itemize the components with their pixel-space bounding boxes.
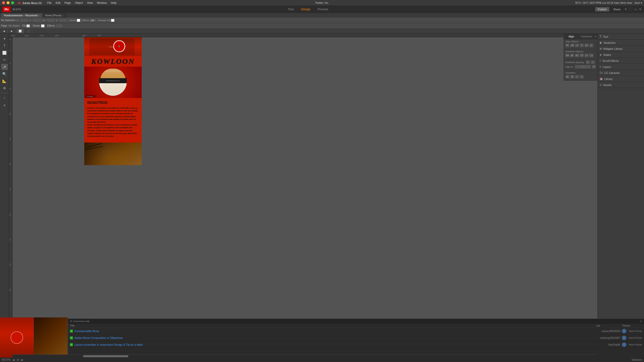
menu-window[interactable]: Window [95,1,108,5]
community-link-1[interactable]: Adobe Muse Composition or Slideshow [74,336,123,339]
nav-plan[interactable]: Plan [285,6,298,13]
panel-scroll-effects[interactable]: ≈ Scroll Effects [598,58,644,64]
window-controls[interactable]: Ai Adobe Muse CC File Edit Page Object V… [2,1,118,5]
align-center-v-btn[interactable]: ⊥⊤ [584,43,589,47]
transform-btn-3[interactable]: ↔ [575,75,579,79]
close-button[interactable] [2,1,5,4]
community-link-2[interactable]: Layout scrambles in responsive Design & … [74,343,143,346]
stroke-swatch[interactable] [77,19,80,22]
menu-view[interactable]: View [85,1,95,5]
share-button[interactable]: Share [611,7,623,12]
fullscreen-icon[interactable]: ⛶ [629,8,632,11]
y-label: Y: [29,19,31,22]
page-nav-right[interactable]: ▶ [21,358,23,361]
panel-library[interactable]: 📚 Library [598,76,644,82]
panel-swatches[interactable]: ◧ Swatches [598,40,644,46]
page-nav-left[interactable]: ◀ [13,358,15,361]
panel-text[interactable]: T Text [598,34,644,40]
nav-back[interactable]: ◀ [1,29,7,33]
panel-layers[interactable]: ≡ Layers [598,64,644,70]
dist-center-v-btn[interactable]: —⊤ [584,54,589,57]
fill-swatch[interactable] [26,24,30,27]
align-top-btn[interactable]: ⊤ [580,43,584,47]
dist-v-spacing-btn[interactable]: ↕ [591,60,595,64]
community-link-0[interactable]: Fonctionnalité Muse [74,330,99,333]
align-panel-expand[interactable]: » [594,34,597,39]
tab-align[interactable]: Align [564,34,579,39]
nav-home[interactable]: ⬜ [17,29,24,33]
page-tab-0[interactable]: *kowloonwenene – Recovered × [1,13,42,18]
dist-h-spacing-btn[interactable]: ↔ [586,60,590,64]
publish-button[interactable]: Publish [595,7,609,12]
thumbnail-0[interactable] [0,318,34,357]
tool-cut[interactable]: ✂ [1,57,8,63]
window-icon[interactable]: ▭ [634,8,637,11]
panel-states[interactable]: ◈ States [598,52,644,58]
logo-symbol: 🐉 [118,45,120,48]
tool-shape[interactable]: ⬜ [1,50,8,56]
stroke-swatch2[interactable] [41,24,45,27]
align-to-select[interactable]: — [575,65,591,69]
effects-label2: Effects [47,24,55,27]
thumbnail-1[interactable] [34,318,68,357]
maximize-button[interactable] [11,1,14,4]
dist-center-h-btn[interactable]: |⊢ [570,54,574,57]
nav-fit[interactable]: ⛶ [25,29,32,33]
tool-text2[interactable]: T [1,95,8,101]
align-center-h-btn[interactable]: ⊣⊢ [570,43,574,47]
page-tab-close-0[interactable]: × [38,14,40,17]
tool-select[interactable]: ✦ [1,36,8,42]
close-app-icon[interactable]: ✕ [639,8,641,11]
dist-top-btn[interactable]: ⊤⊤ [580,54,584,57]
align-bottom-btn[interactable]: ⊥ [589,43,593,47]
effects-input[interactable] [56,24,63,28]
h-input[interactable] [59,19,68,22]
browser-fill-swatch[interactable] [111,19,114,22]
h-scroll-thumb[interactable] [83,355,128,357]
align-right-btn[interactable]: ⊣ [575,43,579,47]
transform-btn-1[interactable]: ↻ [565,75,570,79]
h-scrollbar[interactable] [13,354,597,357]
dist-left-btn[interactable]: ⊢⊢ [565,54,570,57]
community-user-2: ftnelTop8K [609,343,620,346]
tab-transform[interactable]: Transform [579,34,594,39]
dist-right-btn[interactable]: ⊢| [575,54,579,57]
tool-pointer[interactable]: ↗ [1,64,8,70]
nav-design[interactable]: Design [298,6,314,13]
ruler-v-mark-5: 350 [9,138,11,140]
align-to-expand-btn[interactable]: ▽ [592,65,596,69]
tool-add[interactable]: ⊕ [1,85,8,91]
dist-bottom-btn[interactable]: —⊥ [589,54,593,57]
user-label[interactable]: Xacir ▾ [634,2,642,4]
transform-btn-2[interactable]: ↺ [570,75,574,79]
page-tab-1[interactable]: Home [Phone] × [43,13,66,18]
menu-help[interactable]: Help [109,1,118,5]
y-input[interactable] [32,19,41,22]
panel-cc-libraries[interactable]: Cc CC Libraries [598,70,644,76]
community-close[interactable]: ✕ [640,320,642,323]
w-input[interactable] [46,19,55,22]
panel-assets[interactable]: ⊙ Assets [598,82,644,88]
panel-widgets[interactable]: ⊞ Widgets Library [598,46,644,52]
tool-separator [0,93,9,93]
x-input[interactable] [20,19,29,22]
tool-zoom[interactable]: 🔍 [1,71,8,77]
menu-object[interactable]: Object [73,1,85,5]
tool-grid[interactable]: ≡ [1,102,8,108]
tool-measure[interactable]: 📐 [1,78,8,84]
opacity-input[interactable] [90,19,97,22]
nav-preview[interactable]: Preview [314,6,332,13]
logo-inner: 🐉 [115,42,124,51]
minimize-button[interactable] [7,1,10,4]
page-tab-close-1[interactable]: × [62,14,63,17]
transform-btn-4[interactable]: ↕ [580,75,584,79]
tool-text[interactable]: T [1,43,8,49]
sync-icon[interactable]: ↻ [625,8,627,11]
scroll-effects-icon: ≈ [600,59,601,62]
nav-forward[interactable]: ▶ [9,29,15,33]
menu-file[interactable]: File [45,1,53,5]
page-tabs-bar: *kowloonwenene – Recovered × Home [Phone… [0,13,644,18]
menu-page[interactable]: Page [63,1,73,5]
align-left-btn[interactable]: ⊢ [565,43,570,47]
menu-edit[interactable]: Edit [54,1,62,5]
